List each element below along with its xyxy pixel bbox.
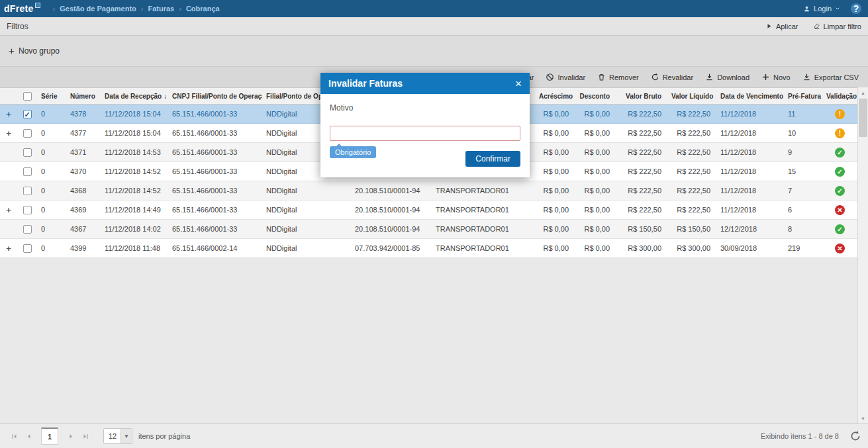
header-cnpj_filial[interactable]: CNPJ Filial/Ponto de Operação [168, 88, 262, 105]
row-checkbox[interactable] [23, 148, 32, 157]
cell-validacao: ! [822, 124, 857, 143]
status-warning-icon: ! [835, 109, 845, 119]
row-expand-button[interactable]: + [6, 109, 11, 119]
cell-check [17, 162, 37, 181]
row-checkbox[interactable] [23, 187, 32, 195]
confirm-button[interactable]: Confirmar [465, 151, 520, 167]
cell-check: ✓ [17, 105, 37, 124]
breadcrumb-separator: › [141, 5, 144, 13]
row-expand-button[interactable]: + [6, 205, 11, 215]
cell-vencimento: 11/12/2018 [716, 181, 784, 201]
topbar-right: Login ? [803, 3, 861, 14]
row-checkbox[interactable] [23, 206, 32, 214]
breadcrumb-item-faturas[interactable]: Faturas [148, 5, 174, 13]
cell-desconto: R$ 0,00 [575, 105, 616, 124]
novo-label: Novo [773, 73, 791, 81]
row-checkbox[interactable] [23, 225, 32, 234]
exportar-csv-button[interactable]: Exportar CSV [802, 73, 859, 81]
clear-filter-button[interactable]: Limpar filtro [813, 22, 861, 30]
header-prefatura[interactable]: Pré-Fatura [784, 88, 822, 105]
app-logo[interactable]: dFrete [4, 3, 34, 14]
table-row[interactable]: +0439911/12/2018 11:4865.151.466/0002-14… [0, 239, 857, 258]
cell-vencimento: 11/12/2018 [716, 124, 784, 143]
pager-first-button[interactable] [7, 429, 21, 443]
scroll-down-button[interactable]: ▼ [858, 413, 868, 424]
cell-cnpj_filial: 65.151.466/0001-33 [168, 220, 262, 239]
close-icon[interactable]: × [515, 78, 522, 89]
last-page-icon [82, 433, 89, 440]
cell-validacao: ✓ [822, 143, 857, 162]
header-label: Validação [826, 93, 857, 100]
header-vencimento[interactable]: Data de Vencimento [716, 88, 784, 105]
cell-expand: + [0, 105, 17, 124]
cell-cnpj_transp: 20.108.510/0001-94 [351, 220, 432, 239]
cell-serie: 0 [37, 124, 66, 143]
vertical-scrollbar[interactable]: ▲ ▼ [857, 87, 868, 424]
new-group-button[interactable]: Novo grupo [8, 46, 60, 56]
help-button[interactable]: ? [851, 3, 861, 14]
header-bruto[interactable]: Valor Bruto [616, 88, 667, 105]
cell-numero: 4377 [66, 124, 101, 143]
select-all-checkbox[interactable] [23, 92, 32, 101]
row-checkbox[interactable] [23, 129, 32, 138]
new-group-label: Novo grupo [19, 46, 60, 56]
invalidar-button[interactable]: Invalidar [546, 73, 585, 81]
cell-filial: NDDigital [262, 220, 351, 239]
row-expand-button[interactable]: + [6, 128, 11, 138]
cell-validacao: ✓ [822, 181, 857, 201]
pager-page-1[interactable]: 1 [41, 427, 58, 445]
breadcrumb-item-gestao-de-pagamento[interactable]: Gestão de Pagamento [60, 5, 136, 13]
revalidar-button[interactable]: Revalidar [651, 73, 693, 81]
breadcrumb-separator: › [179, 5, 181, 13]
remover-button[interactable]: Remover [597, 73, 639, 81]
status-error-icon: ✕ [835, 244, 845, 253]
header-label: Acréscimo [539, 93, 573, 100]
table-row[interactable]: 0436711/12/2018 14:0265.151.466/0001-33N… [0, 220, 857, 239]
cell-numero: 4371 [66, 143, 101, 162]
apply-button[interactable]: Aplicar [765, 22, 798, 30]
cell-liquido: R$ 150,50 [667, 220, 716, 239]
header-acrescimo[interactable]: Acréscimo [535, 88, 575, 105]
row-checkbox[interactable] [23, 167, 32, 176]
cell-validacao: ! [822, 105, 857, 124]
cell-prefatura: 15 [784, 162, 822, 181]
download-button[interactable]: Download [705, 73, 749, 81]
motivo-input[interactable] [330, 126, 520, 141]
row-checkbox[interactable]: ✓ [23, 110, 32, 118]
modal-title: Invalidar Faturas [328, 78, 403, 89]
pager-last-button[interactable] [78, 429, 93, 443]
row-expand-button[interactable]: + [6, 244, 11, 253]
status-success-icon: ✓ [835, 186, 845, 196]
cell-vencimento: 30/09/2018 [716, 239, 784, 258]
page-size-select[interactable]: 12 ▼ [103, 428, 132, 444]
cell-bruto: R$ 222,50 [616, 124, 667, 143]
novo-button[interactable]: Novo [761, 73, 791, 81]
scroll-up-button[interactable]: ▲ [858, 87, 868, 98]
header-serie[interactable]: Série [37, 88, 66, 105]
refresh-icon [651, 73, 659, 81]
header-validacao[interactable]: Validação [822, 88, 857, 105]
cell-bruto: R$ 222,50 [616, 201, 667, 220]
header-liquido[interactable]: Valor Líquido [667, 88, 716, 105]
row-checkbox[interactable] [23, 244, 32, 253]
header-numero[interactable]: Número [66, 88, 101, 105]
cell-recepcao: 11/12/2018 15:04 [101, 124, 168, 143]
cell-prefatura: 7 [784, 181, 822, 201]
table-row[interactable]: 0436811/12/2018 14:5265.151.466/0001-33N… [0, 181, 857, 201]
clear-filter-label: Limpar filtro [824, 22, 861, 30]
breadcrumb-item-cobranca[interactable]: Cobrança [186, 5, 220, 13]
pager-next-button[interactable] [64, 429, 78, 443]
refresh-button[interactable] [849, 430, 861, 442]
login-menu[interactable]: Login [803, 5, 840, 13]
cell-prefatura: 10 [784, 124, 822, 143]
pager-prev-button[interactable] [21, 429, 36, 443]
cell-acrescimo: R$ 0,00 [535, 105, 575, 124]
scrollbar-thumb[interactable] [859, 99, 867, 137]
scrollbar-track[interactable] [858, 98, 868, 413]
exportar-csv-label: Exportar CSV [814, 73, 859, 81]
header-desconto[interactable]: Desconto [575, 88, 616, 105]
header-recepcao[interactable]: Data de Recepção↓ [101, 88, 168, 105]
cell-filial: NDDigital [262, 201, 351, 220]
remover-label: Remover [609, 73, 639, 81]
table-row[interactable]: +0436911/12/2018 14:4965.151.466/0001-33… [0, 201, 857, 220]
